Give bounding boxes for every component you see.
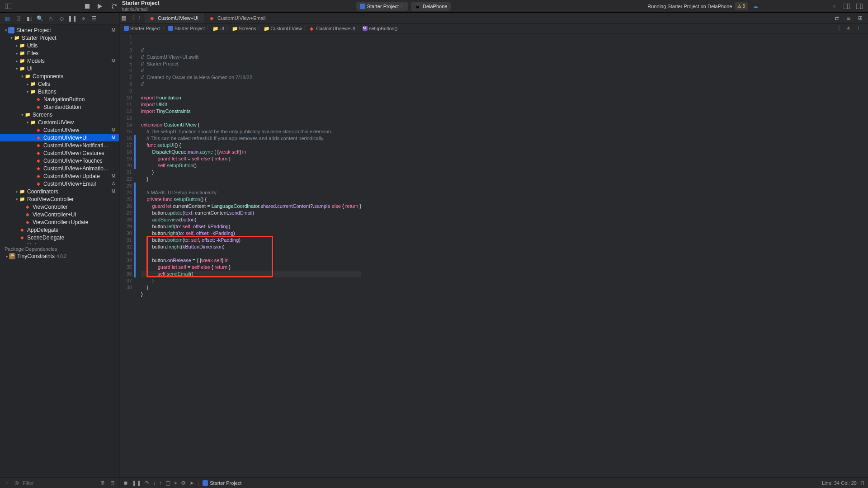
branch-name: tutorial/email xyxy=(122,7,160,12)
related-items-icon[interactable]: ▦ xyxy=(119,13,128,23)
file-tree[interactable]: ▾⬚Starter ProjectM▾📁Starter Project▸📁Uti… xyxy=(0,24,119,244)
tree-item[interactable]: ◆SceneDelegate xyxy=(0,234,119,241)
cloud-status-icon[interactable]: ☁︎ xyxy=(750,1,760,11)
run-button[interactable] xyxy=(95,1,105,11)
navigator-filter-bar: ＋ ◎ ⊞ ⊟ xyxy=(0,477,119,488)
tree-item[interactable]: ▾📁RootViewController xyxy=(0,195,119,203)
jump-prev-icon[interactable]: 〈 xyxy=(833,23,843,33)
editor-options-icon[interactable]: ≣ xyxy=(844,13,854,23)
tree-item[interactable]: ▾📁Screens xyxy=(0,111,119,118)
svg-rect-0 xyxy=(5,4,12,9)
nav-source-control-icon[interactable]: ⍁ xyxy=(14,14,23,23)
tree-item[interactable]: ▸📁Files xyxy=(0,49,119,57)
code-editor[interactable]: 1234567891011121314151617181920212223242… xyxy=(119,33,868,477)
step-over-icon[interactable]: ↷ xyxy=(145,480,149,486)
stop-button[interactable] xyxy=(82,1,92,11)
debug-bar: ⏺ ❚❚ ↷ ↓ ↑ ◫ ⌖ ⚙︎ ➤ | Starter Project Li… xyxy=(119,477,868,488)
tree-item[interactable]: ◆CustomUIViewM xyxy=(0,126,119,134)
jumpbar-crumb[interactable]: 📁UI xyxy=(212,26,225,31)
add-file-icon[interactable]: ＋ xyxy=(3,479,11,487)
tree-item[interactable]: ▾📁Components xyxy=(0,72,119,80)
step-into-icon[interactable]: ↓ xyxy=(153,480,156,486)
nav-breakpoints-icon[interactable]: ⎆ xyxy=(79,14,88,23)
tree-item[interactable]: ▾⬚Starter ProjectM xyxy=(0,26,119,34)
jump-next-icon[interactable]: 〉 xyxy=(854,23,864,33)
tree-item[interactable]: ◆CustomUIView+Animations xyxy=(0,164,119,172)
jump-bar[interactable]: Starter Project〉Starter Project〉📁UI〉📁Scr… xyxy=(119,23,868,33)
jumpbar-crumb[interactable]: MsetupButton() xyxy=(362,26,398,31)
inspectors-toggle-icon[interactable] xyxy=(854,1,864,11)
line-gutter[interactable]: 1234567891011121314151617181920212223242… xyxy=(119,33,136,305)
nav-back-icon[interactable]: 〈 xyxy=(128,13,137,23)
tree-item[interactable]: ◆CustomUIView+EmailA xyxy=(0,180,119,188)
tree-item[interactable]: ◆NavigationButton xyxy=(0,95,119,103)
project-title: Starter Project xyxy=(122,0,160,6)
jumpbar-crumb[interactable]: 📁CustomUIView xyxy=(263,26,302,31)
scheme-selector[interactable]: Starter Project 〉 xyxy=(356,2,408,11)
debug-view-icon[interactable]: ◫ xyxy=(165,480,170,486)
scm-filter-icon[interactable]: ⊟ xyxy=(108,479,116,487)
tree-item[interactable]: ▾📁Buttons xyxy=(0,88,119,95)
nav-forward-icon[interactable]: 〉 xyxy=(136,13,145,23)
editor-area: ▦ 〈 〉 ◆CustomUIView+UI ◆CustomUIView+Ema… xyxy=(119,13,868,488)
tree-item[interactable]: ◆AppDelegate xyxy=(0,226,119,234)
tree-item[interactable]: ◆CustomUIView+Gestures xyxy=(0,149,119,157)
tab-customuiview-ui[interactable]: ◆CustomUIView+UI xyxy=(145,13,204,23)
filter-input[interactable] xyxy=(23,480,96,486)
nav-issues-icon[interactable]: ⚠︎ xyxy=(46,14,55,23)
tree-item[interactable]: ◆CustomUIView+Notifications xyxy=(0,141,119,149)
navigator-selector-bar: ▦ ⍁ ◧ 🔍 ⚠︎ ◇ ❚❚ ⎆ ☰ xyxy=(0,13,119,24)
svg-rect-2 xyxy=(85,4,90,9)
tree-item[interactable]: ◆ViewController+UI xyxy=(0,211,119,218)
nav-symbols-icon[interactable]: ◧ xyxy=(24,14,33,23)
sidebar-toggle-icon[interactable] xyxy=(4,1,14,11)
device-selector[interactable]: 📱 DelaPhone xyxy=(411,2,451,11)
tree-item[interactable]: ▣Main xyxy=(0,241,119,244)
nav-find-icon[interactable]: 🔍 xyxy=(35,14,44,23)
add-editor-icon[interactable]: ⊞ xyxy=(855,13,865,23)
jumpbar-crumb[interactable]: ◆CustomUIView+UI xyxy=(309,26,356,31)
library-icon[interactable] xyxy=(842,1,852,11)
toggle-debug-area-icon[interactable]: ⊓ xyxy=(860,480,864,486)
debug-target[interactable]: Starter Project xyxy=(203,480,241,486)
tree-item[interactable]: ◆ViewController xyxy=(0,203,119,211)
warnings-badge[interactable]: ⚠︎ 6 xyxy=(735,2,748,10)
jumpbar-crumb[interactable]: Starter Project xyxy=(123,26,161,31)
nav-reports-icon[interactable]: ☰ xyxy=(90,14,99,23)
tree-item[interactable]: ▸📁CoordinatorsM xyxy=(0,188,119,195)
tree-item[interactable]: ◆ViewController+Update xyxy=(0,218,119,226)
cursor-position: Line: 34 Col: 29 xyxy=(822,480,857,486)
nav-tests-icon[interactable]: ◇ xyxy=(57,14,66,23)
tree-item[interactable]: ▸📁ModelsM xyxy=(0,57,119,65)
jumpbar-crumb[interactable]: Starter Project xyxy=(167,26,206,31)
env-overrides-icon[interactable]: ⚙︎ xyxy=(181,480,186,486)
location-sim-icon[interactable]: ➤ xyxy=(189,480,194,486)
tree-item[interactable]: ▾📁UI xyxy=(0,65,119,72)
nav-project-icon[interactable]: ▦ xyxy=(3,14,12,23)
tree-item[interactable]: ▸📁Cells xyxy=(0,80,119,88)
branch-icon[interactable] xyxy=(109,1,119,11)
jumpbar-crumb[interactable]: 📁Screens xyxy=(231,26,257,31)
tree-item[interactable]: ◆CustomUIView+Touches xyxy=(0,157,119,164)
tree-item[interactable]: ▾📁Starter Project xyxy=(0,34,119,42)
svg-marker-3 xyxy=(98,4,102,9)
jump-warn-icon[interactable]: ⚠︎ xyxy=(844,23,854,33)
tree-item[interactable]: ◆CustomUIView+UIM xyxy=(0,134,119,141)
pause-icon[interactable]: ❚❚ xyxy=(132,480,141,486)
tab-customuiview-email[interactable]: ◆CustomUIView+Email xyxy=(204,13,271,23)
tree-item[interactable]: ▾📁CustomUIView xyxy=(0,118,119,126)
tree-item[interactable]: ◆StandardButton xyxy=(0,103,119,111)
chevron-right-icon: 〉 xyxy=(401,3,405,9)
filter-scope-icon[interactable]: ◎ xyxy=(13,479,21,487)
memory-graph-icon[interactable]: ⌖ xyxy=(174,480,177,486)
add-icon[interactable]: ＋ xyxy=(829,1,839,11)
adjust-editor-icon[interactable]: ⇄ xyxy=(832,13,842,23)
package-row[interactable]: ▸ 📦 TinyConstraints4.0.2 xyxy=(0,253,119,260)
breakpoint-toggle-icon[interactable]: ⏺ xyxy=(123,480,128,486)
recent-filter-icon[interactable]: ⊞ xyxy=(98,479,106,487)
tree-item[interactable]: ◆CustomUIView+UpdateM xyxy=(0,172,119,180)
tree-item[interactable]: ▸📁Utils xyxy=(0,42,119,49)
code-content[interactable]: //// CustomUIView+UI.swift// Starter Pro… xyxy=(136,33,361,305)
nav-debug-icon[interactable]: ❚❚ xyxy=(68,14,77,23)
step-out-icon[interactable]: ↑ xyxy=(159,480,162,486)
